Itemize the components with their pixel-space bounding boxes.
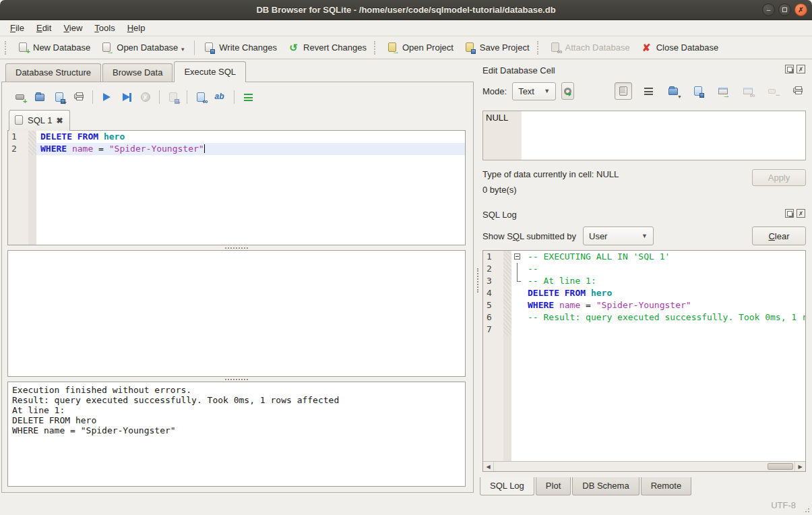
encoding-indicator[interactable]: UTF-8 — [771, 500, 796, 510]
horizontal-scrollbar[interactable]: ◀ ▶ — [483, 461, 805, 471]
find-replace-button[interactable]: ab — [212, 89, 229, 105]
revert-changes-button[interactable]: ↺Revert Changes — [282, 39, 372, 56]
apply-button[interactable]: Apply — [752, 169, 806, 186]
execute-all-button[interactable] — [98, 89, 115, 105]
close-database-icon: ✘ — [641, 42, 652, 53]
tab-execute-sql[interactable]: Execute SQL — [174, 61, 246, 82]
code-line: 1-- EXECUTING ALL IN 'SQL 1' — [483, 251, 805, 263]
chevron-down-icon[interactable]: ▼ — [177, 100, 181, 105]
sql-file-tab[interactable]: SQL 1 ✖ — [9, 110, 70, 131]
print-cell-button[interactable] — [789, 82, 807, 100]
close-database-label: Close Database — [656, 42, 719, 53]
menu-tools[interactable]: Tools — [88, 22, 121, 34]
mode-select[interactable]: Text ▼ — [512, 82, 556, 100]
clear-button[interactable]: Clear — [752, 226, 806, 245]
left-pane: Database StructureBrowse DataExecute SQL… — [0, 59, 475, 495]
menu-edit[interactable]: Edit — [30, 22, 57, 34]
tab-browse-data[interactable]: Browse Data — [102, 63, 173, 82]
cell-editor[interactable]: NULL — [482, 111, 806, 160]
revert-changes-icon: ↺ — [288, 42, 299, 53]
export-to-file-button[interactable] — [689, 82, 707, 100]
sql-editor[interactable]: 1DELETE FROM hero2WHERE name = "Spider-Y… — [7, 130, 466, 245]
fold-marker — [511, 287, 524, 299]
title-bar: DB Browser for SQLite - /home/user/code/… — [0, 0, 812, 20]
float-dock-icon[interactable] — [785, 65, 794, 73]
tab-database-structure[interactable]: Database Structure — [5, 63, 101, 82]
fold-marker — [511, 324, 524, 336]
cell-info-row: Type of data currently in cell: NULL 0 b… — [480, 169, 807, 200]
save-project-button[interactable]: Save Project — [459, 39, 535, 56]
bottom-tab-sql-log[interactable]: SQL Log — [480, 477, 534, 495]
execute-current-line-button[interactable] — [117, 89, 135, 105]
vertical-splitter[interactable] — [475, 59, 480, 495]
print-sql-button[interactable] — [70, 89, 88, 105]
fold-collapse-icon[interactable] — [514, 253, 520, 260]
fold-marker — [511, 251, 524, 263]
open-database-button[interactable]: →Open Database▼ — [96, 39, 191, 56]
open-sql-tab-button[interactable]: + — [11, 89, 29, 105]
close-dock-icon[interactable]: ✗ — [797, 65, 805, 73]
cell-type-info: Type of data currently in cell: NULL — [482, 169, 752, 179]
maximize-icon[interactable] — [778, 3, 791, 16]
import-from-file-button[interactable]: ▼ — [664, 82, 682, 100]
maximize-square — [782, 7, 787, 12]
minimize-icon[interactable]: – — [762, 3, 775, 16]
write-changes-button[interactable]: Write Changes — [198, 39, 282, 56]
new-database-button[interactable]: +New Database — [12, 39, 96, 56]
splitter-results-messages[interactable] — [7, 377, 466, 382]
menu-view[interactable]: View — [57, 22, 88, 34]
save-sql-file-button[interactable]: ▼ — [51, 89, 68, 105]
sql-file-icon — [15, 115, 24, 126]
write-changes-label: Write Changes — [219, 42, 277, 53]
code-line: 3-- At line 1: — [483, 275, 805, 287]
save-project-icon — [464, 42, 476, 53]
fold-line — [517, 281, 521, 282]
close-tab-icon[interactable]: ✖ — [56, 116, 63, 125]
chevron-down-icon[interactable]: ▼ — [63, 100, 67, 105]
find-button[interactable]: ∞ — [192, 89, 210, 105]
bottom-tab-plot[interactable]: Plot — [536, 477, 571, 495]
submitted-by-select[interactable]: User ▼ — [583, 226, 654, 245]
line-number: 3 — [483, 275, 503, 287]
close-dock-icon[interactable]: ✗ — [797, 209, 805, 218]
menu-file[interactable]: File — [4, 22, 30, 34]
save-project-label: Save Project — [480, 42, 530, 53]
splitter-editor-results[interactable] — [7, 245, 466, 250]
close-database-button[interactable]: ✘Close Database — [635, 39, 724, 56]
app-window: DB Browser for SQLite - /home/user/code/… — [0, 0, 812, 515]
menu-bar: FileEditViewToolsHelp — [0, 20, 812, 36]
scroll-left-icon[interactable]: ◀ — [483, 462, 494, 471]
mode-label: Mode: — [482, 86, 507, 96]
edit-cell-title: Edit Database Cell — [482, 65, 555, 75]
resize-grip[interactable] — [802, 505, 811, 514]
open-in-external-app-button[interactable]: → — [714, 82, 732, 100]
sql-log-title: SQL Log — [482, 210, 517, 220]
sql-log-editor[interactable]: 1-- EXECUTING ALL IN 'SQL 1'2--3-- At li… — [483, 251, 805, 461]
scrollbar-thumb[interactable] — [768, 463, 793, 470]
float-dock-icon[interactable] — [785, 209, 794, 218]
word-wrap-button[interactable] — [639, 82, 657, 100]
auto-switch-mode-button[interactable]: ➔ — [561, 82, 574, 100]
menu-help[interactable]: Help — [121, 22, 152, 34]
sql-log-filter-row: Show SQL submitted by User ▼ Clear — [480, 226, 807, 246]
chevron-down-icon[interactable]: ▼ — [677, 94, 682, 99]
close-icon[interactable]: ✗ — [794, 3, 807, 16]
sql-log-dock-title: SQL Log ✗ — [480, 207, 807, 222]
edit-cell-dock-title: Edit Database Cell ✗ — [480, 63, 807, 78]
new-database-icon: + — [18, 42, 29, 53]
gear-arrow-icon: ➔ — [566, 91, 571, 98]
results-table[interactable] — [7, 250, 466, 377]
open-project-button[interactable]: →Open Project — [381, 39, 459, 56]
print-cell-icon — [792, 86, 804, 97]
bottom-tab-remote[interactable]: Remote — [641, 477, 692, 495]
open-sql-file-button[interactable] — [31, 89, 49, 105]
text-mode-button[interactable] — [615, 82, 632, 100]
format-sql-button[interactable] — [239, 89, 257, 105]
chevron-down-icon[interactable]: ▼ — [180, 47, 185, 53]
main-tab-bar: Database StructureBrowse DataExecute SQL — [0, 59, 475, 82]
open-sql-tab-icon: + — [15, 92, 26, 103]
attach-database-label: Attach Database — [565, 42, 630, 53]
cell-size-info: 0 byte(s) — [482, 185, 752, 195]
scroll-right-icon[interactable]: ▶ — [794, 462, 805, 471]
bottom-tab-db-schema[interactable]: DB Schema — [572, 477, 639, 495]
